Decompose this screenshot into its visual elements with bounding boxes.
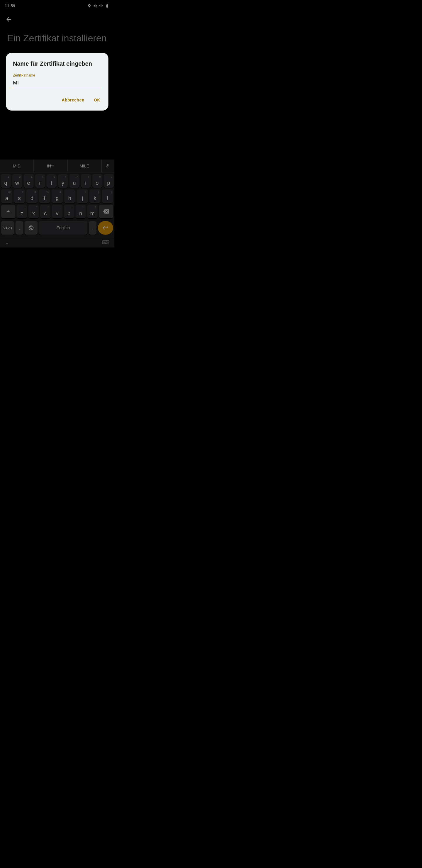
cancel-button[interactable]: Abbrechen (60, 95, 86, 105)
dialog-input-wrapper (13, 79, 101, 88)
overlay (0, 0, 114, 248)
certificate-name-input[interactable] (13, 79, 101, 88)
dialog-field-label: Zertifikatname (13, 73, 101, 78)
ok-button[interactable]: OK (93, 95, 101, 105)
dialog: Name für Zertifikat eingeben Zertifikatn… (6, 53, 108, 111)
dialog-title: Name für Zertifikat eingeben (13, 60, 101, 67)
dialog-actions: Abbrechen OK (13, 95, 101, 106)
